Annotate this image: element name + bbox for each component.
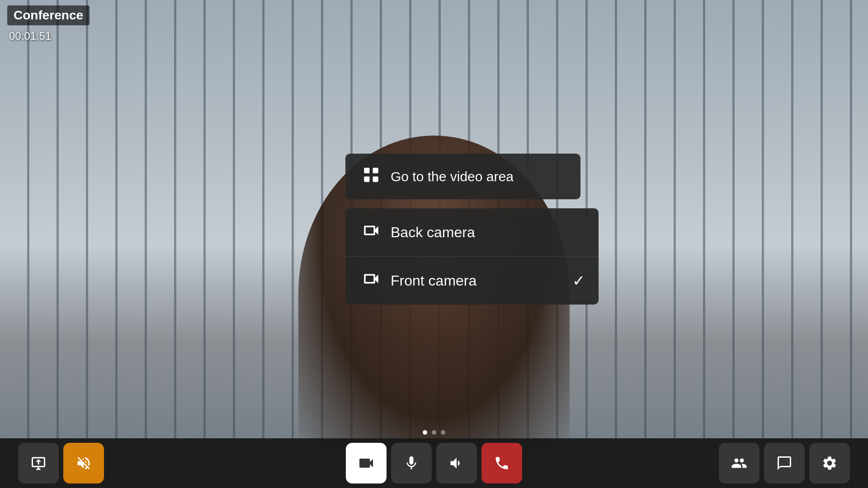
go-to-video-area-label: Go to the video area [391,169,514,184]
participants-button[interactable] [719,443,760,483]
front-camera-button[interactable]: Front camera ✓ [345,257,599,305]
dot-3 [441,430,445,435]
screen-share-button[interactable] [18,443,59,483]
svg-rect-1 [373,168,378,173]
video-toggle-button[interactable] [346,443,387,483]
speaker-button[interactable] [436,443,477,483]
back-camera-label: Back camera [391,224,475,241]
back-camera-video-icon [362,221,381,244]
conference-title: Conference [7,5,90,25]
svg-rect-0 [364,168,369,173]
dot-2 [432,430,436,435]
toolbar-right-buttons [719,443,850,483]
settings-button[interactable] [809,443,850,483]
hang-up-button[interactable] [481,443,522,483]
back-camera-button[interactable]: Back camera [345,208,599,257]
top-left-overlay: Conference 00:01:51 [0,0,97,48]
video-area-menu: Go to the video area [345,154,580,199]
bottom-toolbar [0,438,868,488]
front-camera-video-icon [362,269,381,292]
camera-selection-menu: Back camera Front camera ✓ [345,208,599,305]
mute-button[interactable] [63,443,104,483]
pagination-dots [423,430,445,435]
toolbar-left-buttons [18,443,104,483]
call-timer: 00:01:51 [7,30,90,42]
grid-icon [362,165,381,188]
go-to-video-area-button[interactable]: Go to the video area [345,154,580,199]
chat-button[interactable] [764,443,805,483]
svg-rect-2 [364,177,369,182]
front-camera-selected-checkmark: ✓ [572,272,585,290]
dot-1 [423,430,427,435]
microphone-button[interactable] [391,443,432,483]
toolbar-center-buttons [346,443,522,483]
context-menus: Go to the video area Back camera Front c… [345,154,599,305]
svg-rect-3 [373,177,378,182]
front-camera-label: Front camera [391,272,476,289]
